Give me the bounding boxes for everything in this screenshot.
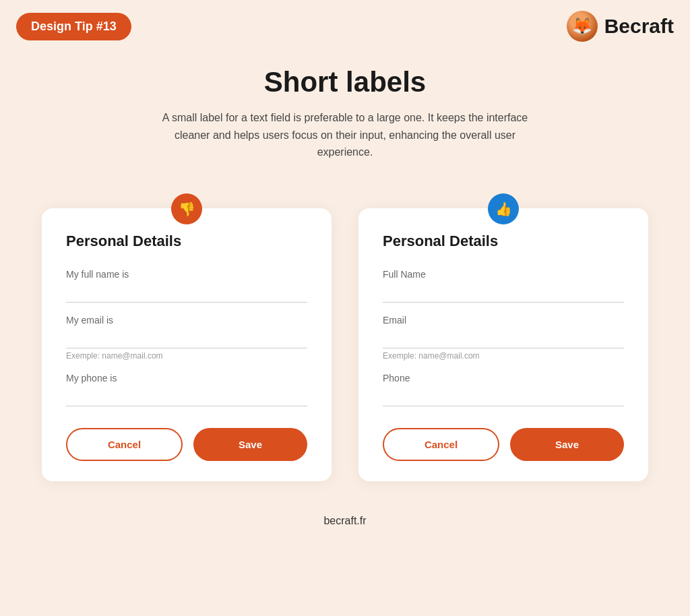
- page-subtitle: A small label for a text field is prefer…: [156, 109, 534, 161]
- bad-phone-label: My phone is: [66, 373, 307, 383]
- brand: 🦊 Becraft: [567, 11, 674, 42]
- page-title: Short labels: [11, 66, 679, 98]
- header: Design Tip #13 🦊 Becraft: [0, 0, 690, 53]
- bad-cancel-button[interactable]: Cancel: [66, 428, 183, 461]
- good-cancel-button[interactable]: Cancel: [383, 428, 499, 461]
- bad-email-hint: Exemple: name@mail.com: [66, 351, 307, 361]
- bad-card: Personal Details My full name is My emai…: [42, 208, 332, 481]
- brand-avatar: 🦊: [567, 11, 598, 42]
- bad-card-wrapper: 👎 Personal Details My full name is My em…: [42, 208, 332, 481]
- good-card: Personal Details Full Name Email Exemple…: [358, 208, 648, 481]
- good-card-actions: Cancel Save: [383, 428, 624, 461]
- good-card-wrapper: 👍 Personal Details Full Name Email Exemp…: [358, 208, 648, 481]
- good-phone-label: Phone: [383, 373, 624, 383]
- good-badge: 👍: [488, 193, 519, 224]
- bad-phone-group: My phone is: [66, 373, 307, 406]
- cards-section: 👎 Personal Details My full name is My em…: [0, 168, 690, 495]
- good-fullname-group: Full Name: [383, 269, 624, 303]
- good-save-button[interactable]: Save: [510, 428, 624, 461]
- good-card-title: Personal Details: [383, 233, 624, 250]
- brand-name: Becraft: [604, 15, 674, 38]
- good-fullname-input[interactable]: [383, 284, 624, 303]
- design-tip-badge: Design Tip #13: [16, 13, 131, 40]
- good-email-hint: Exemple: name@mail.com: [383, 351, 624, 361]
- bad-email-label: My email is: [66, 315, 307, 326]
- bad-fullname-input[interactable]: [66, 284, 307, 303]
- good-fullname-label: Full Name: [383, 269, 624, 280]
- bad-fullname-label: My full name is: [66, 269, 307, 280]
- footer-url: becraft.fr: [323, 515, 366, 526]
- good-email-input[interactable]: [383, 330, 624, 348]
- bad-card-title: Personal Details: [66, 233, 307, 250]
- page-title-section: Short labels A small label for a text fi…: [0, 53, 690, 168]
- good-phone-group: Phone: [383, 373, 624, 406]
- bad-save-button[interactable]: Save: [193, 428, 307, 461]
- bad-card-actions: Cancel Save: [66, 428, 307, 461]
- good-phone-input[interactable]: [383, 388, 624, 406]
- good-email-label: Email: [383, 315, 624, 326]
- bad-badge: 👎: [171, 193, 202, 224]
- bad-email-input[interactable]: [66, 330, 307, 348]
- footer: becraft.fr: [0, 495, 690, 547]
- bad-email-group: My email is Exemple: name@mail.com: [66, 315, 307, 361]
- bad-fullname-group: My full name is: [66, 269, 307, 303]
- good-email-group: Email Exemple: name@mail.com: [383, 315, 624, 361]
- bad-phone-input[interactable]: [66, 388, 307, 406]
